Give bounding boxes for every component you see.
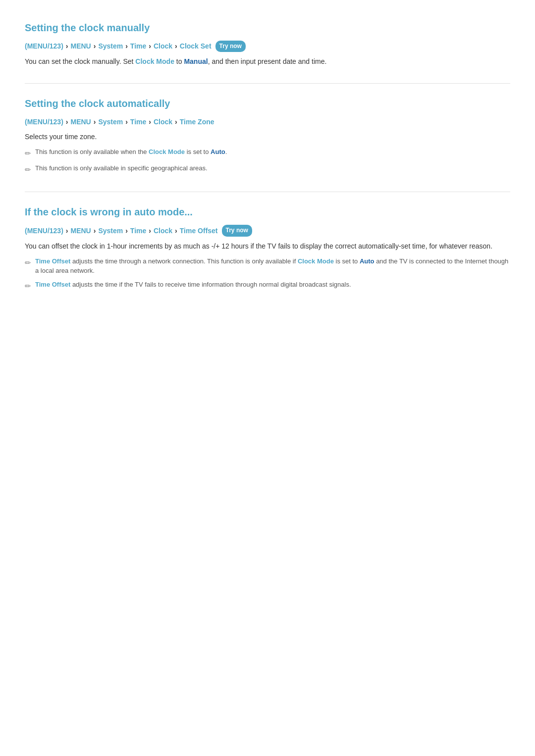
note-text: Time Offset adjusts the time through a n… [35,256,510,276]
breadcrumb-item: (MENU/123) [25,116,63,127]
highlight-clock-mode: Clock Mode [298,257,334,265]
note-item: ✏ This function is only available in spe… [25,163,510,176]
pencil-icon: ✏ [25,148,31,159]
section-body-auto-wrong: You can offset the clock in 1-hour incre… [25,241,510,252]
breadcrumb-item: Clock [154,116,172,127]
note-text: This function is only available when the… [35,147,227,157]
section-title-automatic: Setting the clock automatically [25,96,510,111]
note-list-auto-wrong: ✏ Time Offset adjusts the time through a… [25,256,510,292]
breadcrumb-item: (MENU/123) [25,41,63,51]
highlight-clock-mode: Clock Mode [149,148,185,155]
breadcrumb-item: Time Zone [180,116,214,127]
pencil-icon: ✏ [25,280,31,292]
try-now-badge[interactable]: Try now [222,225,252,236]
highlight-auto: Auto [360,257,374,265]
try-now-badge[interactable]: Try now [215,41,246,52]
breadcrumb-item: MENU [70,116,91,127]
breadcrumb-item: MENU [70,225,91,236]
section-subtext-automatic: Selects your time zone. [25,131,510,142]
section-title-auto-wrong: If the clock is wrong in auto mode... [25,204,510,220]
pencil-icon: ✏ [25,164,31,176]
breadcrumb-item: Clock Set [180,41,212,51]
breadcrumb-item: Time [130,225,146,236]
breadcrumb-item: Time [130,41,146,51]
note-list-automatic: ✏ This function is only available when t… [25,147,510,176]
breadcrumb-item: System [98,225,123,236]
note-text: Time Offset adjusts the time if the TV f… [35,280,351,290]
breadcrumb-item: System [98,41,123,51]
breadcrumb-item: (MENU/123) [25,225,63,236]
breadcrumb-item: MENU [70,41,91,51]
breadcrumb-item: System [98,116,123,127]
breadcrumb-manual: (MENU/123) › MENU › System › Time › Cloc… [25,41,510,52]
note-item: ✏ Time Offset adjusts the time through a… [25,256,510,276]
note-text: This function is only available in speci… [35,163,208,173]
breadcrumb-item: Clock [154,225,172,236]
divider-1 [25,83,510,84]
highlight-auto: Auto [211,148,225,155]
note-item: ✏ Time Offset adjusts the time if the TV… [25,280,510,292]
section-body-manual: You can set the clock manually. Set Cloc… [25,56,510,67]
section-title-manual: Setting the clock manually [25,20,510,36]
divider-2 [25,192,510,192]
highlight-clock-mode: Clock Mode [135,57,174,65]
breadcrumb-item: Time [130,116,146,127]
highlight-time-offset: Time Offset [35,281,70,288]
section-auto-wrong: If the clock is wrong in auto mode... (M… [25,204,510,292]
breadcrumb-automatic: (MENU/123) › MENU › System › Time › Cloc… [25,116,510,127]
breadcrumb-item: Clock [154,41,172,51]
section-automatic: Setting the clock automatically (MENU/12… [25,96,510,176]
pencil-icon: ✏ [25,257,31,269]
breadcrumb-item: Time Offset [180,225,218,236]
breadcrumb-auto-wrong: (MENU/123) › MENU › System › Time › Cloc… [25,225,510,236]
section-manual: Setting the clock manually (MENU/123) › … [25,20,510,67]
note-item: ✏ This function is only available when t… [25,147,510,159]
highlight-manual: Manual [184,57,208,65]
highlight-time-offset: Time Offset [35,257,70,265]
